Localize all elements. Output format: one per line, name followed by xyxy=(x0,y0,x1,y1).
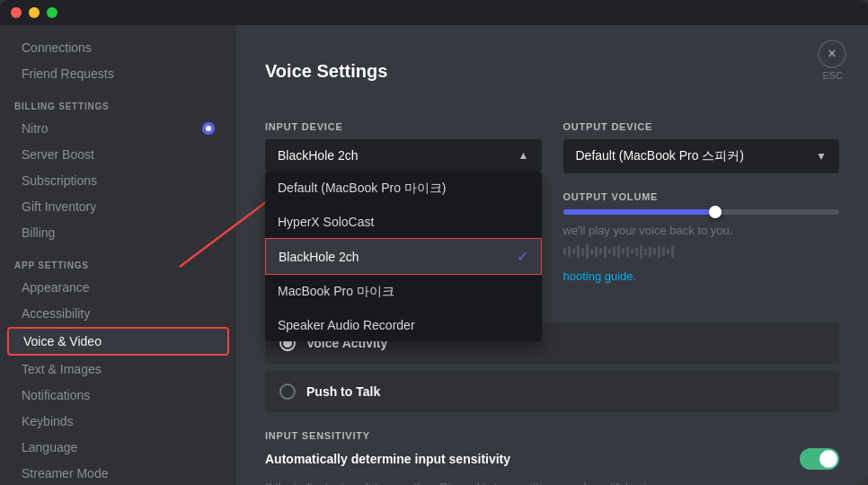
chevron-down-icon: ▼ xyxy=(816,150,827,163)
input-device-dropdown[interactable]: BlackHole 2ch ▲ Default (MacBook Pro 마이크… xyxy=(265,139,542,172)
sidebar-item-appearance[interactable]: Appearance xyxy=(7,275,229,300)
waveform-bar xyxy=(671,245,674,258)
sidebar: Connections Friend Requests Billing Sett… xyxy=(0,0,236,485)
waveform-bar xyxy=(640,245,642,259)
waveform-bar xyxy=(590,249,593,255)
input-sensitivity-label: Input Sensitivity xyxy=(265,430,839,441)
indicator-text: If the indicator is solid green then Dis… xyxy=(265,481,839,485)
esc-label: ESC xyxy=(822,70,843,81)
waveform-bar xyxy=(613,247,616,256)
waveform-bar xyxy=(572,249,575,254)
waveform-bar xyxy=(617,245,620,258)
sidebar-item-nitro[interactable]: Nitro xyxy=(7,116,229,141)
input-sensitivity-section: Input Sensitivity Automatically determin… xyxy=(265,430,839,470)
sidebar-item-gift-inventory[interactable]: Gift Inventory xyxy=(7,194,229,219)
check-icon: ✓ xyxy=(517,248,528,265)
output-volume-label: Output Volume xyxy=(563,191,840,202)
input-device-list: Default (MacBook Pro 마이크) HyperX SoloCas… xyxy=(265,172,542,341)
output-volume-container: Output Volume xyxy=(563,191,840,215)
volume-slider-thumb[interactable] xyxy=(709,206,722,218)
output-device-dropdown[interactable]: Default (MacBook Pro 스피커) ▼ xyxy=(563,139,840,173)
sidebar-item-billing[interactable]: Billing xyxy=(7,220,229,245)
waveform-bar xyxy=(586,244,589,259)
sidebar-item-connections[interactable]: Connections xyxy=(7,35,229,60)
minimize-traffic-light[interactable] xyxy=(29,7,40,18)
title-bar xyxy=(0,0,868,25)
sidebar-item-streamer-mode[interactable]: Streamer Mode xyxy=(7,461,229,485)
dropdown-option-blackhole[interactable]: BlackHole 2ch ✓ xyxy=(265,238,542,275)
sidebar-item-friend-requests[interactable]: Friend Requests xyxy=(7,61,229,86)
sidebar-item-keybinds[interactable]: Keybinds xyxy=(7,409,229,434)
billing-settings-label: Billing Settings xyxy=(0,87,236,115)
dropdown-option-hyperx[interactable]: HyperX SoloCast xyxy=(265,206,542,238)
shooting-guide-text: hooting guide. xyxy=(563,269,840,283)
auto-sensitivity-label: Automatically determine input sensitivit… xyxy=(265,452,510,466)
waveform-bar xyxy=(626,246,629,257)
close-button[interactable]: × xyxy=(818,40,846,68)
waveform-bar xyxy=(581,248,584,256)
nitro-badge xyxy=(202,122,215,135)
output-device-label: Output Device xyxy=(563,121,840,132)
app-settings-label: App Settings xyxy=(0,246,236,274)
input-device-col: Input Device BlackHole 2ch ▲ Default (Ma… xyxy=(265,103,542,172)
waveform-bar xyxy=(653,248,656,255)
sidebar-item-notifications[interactable]: Notifications xyxy=(7,383,229,408)
push-to-talk-option[interactable]: Push to Talk xyxy=(265,371,839,412)
voice-back-text: we'll play your voice back to you. xyxy=(563,224,840,237)
waveform-bar xyxy=(577,245,580,258)
input-device-selected[interactable]: BlackHole 2ch ▲ xyxy=(265,139,542,172)
volume-slider-fill xyxy=(563,209,715,215)
volume-slider[interactable] xyxy=(563,209,840,215)
waveform-bar xyxy=(631,249,633,254)
waveform xyxy=(563,242,840,260)
sidebar-item-voice-video[interactable]: Voice & Video xyxy=(7,327,229,356)
sidebar-item-text-images[interactable]: Text & Images xyxy=(7,357,229,382)
dropdown-option-default-mac-mic[interactable]: Default (MacBook Pro 마이크) xyxy=(265,172,542,206)
waveform-bar xyxy=(568,246,571,257)
close-traffic-light[interactable] xyxy=(11,7,22,18)
dropdown-option-macbook-mic[interactable]: MacBook Pro 마이크 xyxy=(265,275,542,309)
waveform-bar xyxy=(635,248,638,256)
sensitivity-row: Automatically determine input sensitivit… xyxy=(265,448,839,470)
push-to-talk-label: Push to Talk xyxy=(306,384,380,399)
waveform-bar xyxy=(604,246,607,258)
waveform-bar xyxy=(644,249,647,255)
dropdown-option-speaker-recorder[interactable]: Speaker Audio Recorder xyxy=(265,309,542,341)
waveform-bar xyxy=(662,247,665,256)
waveform-bar xyxy=(599,248,602,255)
sidebar-item-server-boost[interactable]: Server Boost xyxy=(7,142,229,167)
waveform-bar xyxy=(595,247,598,257)
sidebar-item-subscriptions[interactable]: Subscriptions xyxy=(7,168,229,193)
page-title: Voice Settings xyxy=(265,61,839,82)
chevron-up-icon: ▲ xyxy=(518,149,529,162)
waveform-bar xyxy=(649,247,651,257)
waveform-bar xyxy=(658,246,660,258)
main-content: × ESC Voice Settings Input Device BlackH… xyxy=(236,25,868,485)
device-row: Input Device BlackHole 2ch ▲ Default (Ma… xyxy=(265,103,839,283)
push-to-talk-radio[interactable] xyxy=(279,384,296,400)
input-device-label: Input Device xyxy=(265,121,542,132)
waveform-bar xyxy=(622,248,624,255)
maximize-traffic-light[interactable] xyxy=(47,7,58,18)
waveform-bar xyxy=(608,249,611,254)
sidebar-item-accessibility[interactable]: Accessibility xyxy=(7,301,229,326)
auto-sensitivity-toggle[interactable]: ✓ xyxy=(800,448,839,470)
toggle-check-icon: ✓ xyxy=(827,454,835,465)
shooting-guide-link[interactable]: hooting guide. xyxy=(563,269,637,283)
output-device-col: Output Device Default (MacBook Pro 스피커) … xyxy=(563,103,840,283)
waveform-bar xyxy=(563,248,566,255)
sidebar-item-language[interactable]: Language xyxy=(7,435,229,460)
waveform-bar xyxy=(667,249,669,254)
